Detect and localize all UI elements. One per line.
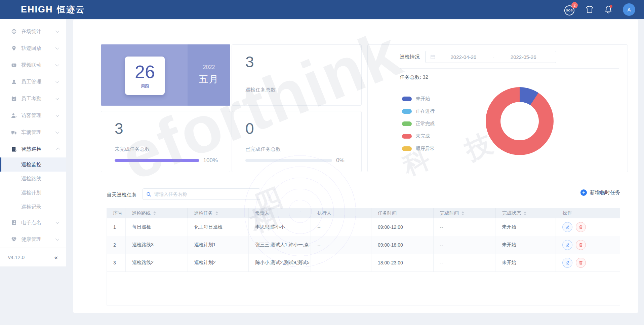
legend-item[interactable]: 正常完成 <box>402 121 435 127</box>
uncompleted-tasks-value: 3 <box>115 120 218 137</box>
sidebar-item[interactable]: 视频联动 <box>0 57 66 73</box>
legend-swatch <box>402 134 412 139</box>
bell-icon[interactable] <box>604 5 613 14</box>
sidebar-item-label: 电子点名 <box>21 219 41 226</box>
uncompleted-progress-fill <box>115 159 199 162</box>
logo-text: EHIGH <box>21 4 53 15</box>
sidebar-item[interactable]: 车辆管理 <box>0 124 66 141</box>
legend-item[interactable]: 未完成 <box>402 133 435 139</box>
chevron-down-icon <box>55 220 59 224</box>
date-end-value[interactable]: 2022-05-26 <box>495 54 551 60</box>
divider <box>400 68 619 69</box>
calendar-year: 2022 <box>203 64 215 70</box>
sidebar-subitem[interactable]: 巡检记录 <box>0 200 66 214</box>
sos-button[interactable]: SOS 2 <box>564 4 575 15</box>
task-table: 序号巡检路线巡检任务负责人执行人任务时间完成时间完成状态操作 1每日巡检化工每日… <box>107 208 620 305</box>
sidebar: 在场统计轨迹回放视频联动员工管理员工考勤访客管理车辆管理智慧巡检巡检监控巡检路线… <box>0 19 66 266</box>
task-search[interactable] <box>143 188 260 200</box>
legend-swatch <box>402 146 412 151</box>
sort-icon[interactable] <box>461 211 464 215</box>
task-total-label: 任务总数: 32 <box>400 74 628 80</box>
edit-icon <box>565 225 570 229</box>
total-tasks-value: 3 <box>245 53 349 71</box>
legend-item[interactable]: 未开始 <box>402 96 435 102</box>
delete-button[interactable] <box>576 258 586 268</box>
sidebar-item-label: 轨迹回放 <box>21 45 41 51</box>
legend-item[interactable]: 正在进行 <box>402 108 435 114</box>
collapse-sidebar-button[interactable]: « <box>54 254 58 261</box>
chevron-down-icon <box>55 237 59 241</box>
sort-icon[interactable] <box>524 211 526 215</box>
sidebar-menu: 在场统计轨迹回放视频联动员工管理员工考勤访客管理车辆管理智慧巡检巡检监控巡检路线… <box>0 19 66 248</box>
date-range-picker[interactable]: 2022-04-26 - 2022-05-26 <box>425 51 556 63</box>
sidebar-item[interactable]: 轨迹回放 <box>0 40 66 57</box>
logo-cn-text: 恒迹云 <box>57 4 85 15</box>
table-cell: 张三三,测试人1,许小一,秦... <box>249 236 311 254</box>
table-header: 序号巡检路线巡检任务负责人执行人任务时间完成时间完成状态操作 <box>107 208 620 218</box>
sidebar-item[interactable]: 健康管理 <box>0 231 66 248</box>
column-header[interactable]: 完成状态 <box>496 208 556 218</box>
table-cell: 09:00-12:00 <box>371 218 434 236</box>
legend-label: 未开始 <box>416 96 430 102</box>
add-temp-task-button[interactable]: + 新增临时任务 <box>580 189 620 196</box>
app-root: EHIGH 恒迹云 SOS 2 A 在场统计轨 <box>0 0 644 325</box>
edit-button[interactable] <box>562 222 572 232</box>
sidebar-item-label: 访客管理 <box>21 112 41 119</box>
date-start-value[interactable]: 2022-04-26 <box>436 54 491 60</box>
shirt-icon[interactable] <box>585 5 594 14</box>
legend-label: 未完成 <box>416 133 430 139</box>
version-label: v4.12.0 <box>8 254 25 260</box>
pin-icon <box>11 45 17 51</box>
calendar-month-section: 2022 五月 <box>188 44 230 106</box>
sidebar-item[interactable]: 员工管理 <box>0 73 66 90</box>
edit-button[interactable] <box>562 240 572 250</box>
column-header: 任务时间 <box>371 208 434 218</box>
calendar-card: 2022 五月 26 周四 <box>101 44 230 106</box>
chevron-down-icon <box>55 79 59 83</box>
table-empty-area <box>107 272 620 305</box>
delete-icon <box>578 243 583 247</box>
calendar-check-icon <box>11 96 17 102</box>
plus-icon: + <box>580 189 587 196</box>
sort-icon[interactable] <box>215 211 218 215</box>
completed-tasks-card: 0 已完成任务总数 0% <box>232 111 362 172</box>
legend-item[interactable]: 顺序异常 <box>402 146 435 152</box>
chevron-down-icon <box>55 46 59 49</box>
sidebar-item[interactable]: 访客管理 <box>0 107 66 124</box>
table-cell: 巡检路线3 <box>126 236 188 254</box>
column-header[interactable]: 巡检任务 <box>188 208 249 218</box>
sort-icon[interactable] <box>153 211 156 215</box>
chevron-down-icon <box>55 29 59 33</box>
delete-button[interactable] <box>576 222 586 232</box>
avatar[interactable]: A <box>623 3 635 16</box>
progress-track <box>115 159 199 162</box>
table-cell: -- <box>434 236 496 254</box>
sidebar-subitem[interactable]: 巡检计划 <box>0 186 66 200</box>
sidebar-item[interactable]: 在场统计 <box>0 23 66 40</box>
sidebar-item[interactable]: 智慧巡检 <box>0 141 66 157</box>
search-input[interactable] <box>154 191 256 197</box>
column-header[interactable]: 完成时间 <box>434 208 496 218</box>
table-actions-cell <box>556 254 620 272</box>
table-cell: -- <box>311 236 371 254</box>
app-logo: EHIGH 恒迹云 <box>21 4 85 15</box>
table-cell: 未开始 <box>495 218 556 236</box>
table-cell: 1 <box>107 218 126 236</box>
sidebar-subitem[interactable]: 巡检路线 <box>0 172 66 186</box>
table-cell: 未开始 <box>495 254 556 272</box>
edit-button[interactable] <box>562 258 572 268</box>
column-header: 执行人 <box>311 208 371 218</box>
sidebar-item[interactable]: 员工考勤 <box>0 90 66 107</box>
add-temp-task-label: 新增临时任务 <box>590 189 620 196</box>
delete-button[interactable] <box>576 240 586 250</box>
sidebar-item[interactable]: 电子点名 <box>0 214 66 231</box>
legend-label: 顺序异常 <box>416 146 435 152</box>
sidebar-subitem[interactable]: 巡检监控 <box>0 157 66 172</box>
total-tasks-card: 3 巡检任务总数 <box>232 44 362 106</box>
column-header: 序号 <box>107 208 125 218</box>
legend-label: 正常完成 <box>416 121 435 127</box>
table-row: 3巡检路线2巡检计划2陈小小,测试2,测试9,测试5--18:00-23:00-… <box>107 254 620 272</box>
completed-progress: 0% <box>245 157 349 164</box>
column-header[interactable]: 巡检路线 <box>125 208 188 218</box>
user-icon <box>11 79 17 85</box>
